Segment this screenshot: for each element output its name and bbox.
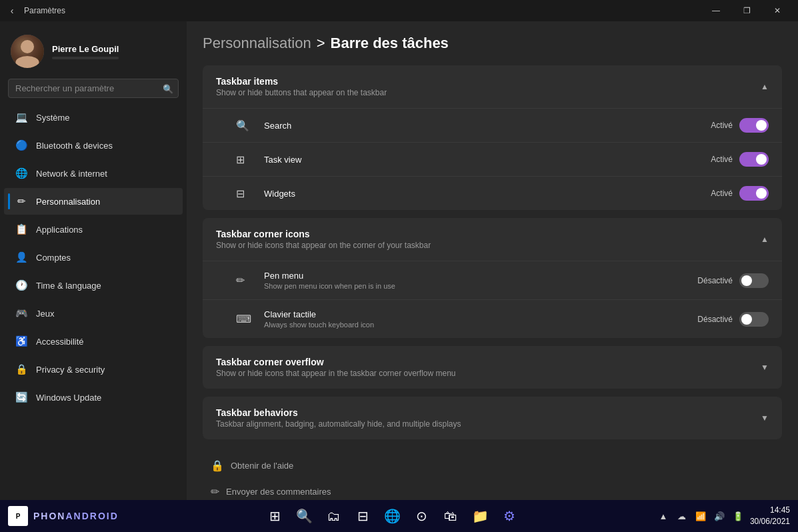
update-icon: 🔄 (15, 391, 28, 404)
window-title: Paramètres (24, 6, 65, 15)
accessibilite-icon: ♿ (15, 335, 28, 348)
help-icon: 🔒 (211, 459, 224, 472)
system-taskbar: P PHONANDROID ⊞ 🔍 🗂 ⊟ 🌐 ⊙ 🛍 📁 ⚙ ▲ ☁ 📶 🔊 … (0, 500, 798, 532)
taskview-item-icon: ⊞ (236, 153, 255, 166)
section-taskbar-items: Taskbar items Show or hide buttons that … (203, 65, 782, 210)
sidebar-item-label: Système (36, 113, 70, 123)
sidebar-item-privacy[interactable]: 🔒 Privacy & security (4, 356, 183, 383)
chevron-down-icon: ▼ (761, 363, 769, 372)
cloud-icon[interactable]: ☁ (674, 508, 690, 524)
sidebar-item-personnalisation[interactable]: ✏ Personnalisation (4, 188, 183, 215)
toggle-item-clavier: ⌨ Clavier tactile Always show touch keyb… (203, 299, 782, 338)
sidebar-item-comptes[interactable]: 👤 Comptes (4, 244, 183, 271)
close-button[interactable]: ✕ (762, 0, 793, 21)
sidebar-item-label: Accessibilité (36, 337, 84, 347)
help-link[interactable]: 🔒 Obtenir de l'aide (205, 453, 779, 479)
feedback-link[interactable]: ✏ Envoyer des commentaires (205, 479, 779, 500)
window-controls: — ❐ ✕ (701, 0, 793, 21)
content-area: Personnalisation > Barre des tâches Task… (187, 21, 798, 500)
back-button[interactable]: ‹ (5, 4, 19, 17)
section-corner-overflow-header[interactable]: Taskbar corner overflow Show or hide ico… (203, 346, 782, 389)
toggle-label-pen: Pen menu (264, 271, 697, 281)
feedback-icon: ✏ (211, 485, 219, 498)
section-corner-overflow: Taskbar corner overflow Show or hide ico… (203, 346, 782, 389)
network-icon: 🌐 (15, 167, 28, 180)
taskbar-settings-icon[interactable]: ⚙ (497, 504, 521, 528)
section-title: Taskbar corner overflow (216, 357, 456, 367)
section-taskbar-behaviors: Taskbar behaviors Taskbar alignment, bad… (203, 397, 782, 439)
page-title: Barre des tâches (331, 35, 449, 52)
section-taskbar-behaviors-header[interactable]: Taskbar behaviors Taskbar alignment, bad… (203, 397, 782, 439)
jeux-icon: 🎮 (15, 307, 28, 320)
sidebar-item-label: Windows Update (36, 393, 101, 403)
sidebar-item-jeux[interactable]: 🎮 Jeux (4, 300, 183, 327)
taskbar-center: ⊞ 🔍 🗂 ⊟ 🌐 ⊙ 🛍 📁 ⚙ (129, 504, 655, 528)
toggle-switch-clavier[interactable] (739, 312, 769, 327)
breadcrumb-separator: > (317, 35, 325, 52)
section-title: Taskbar corner icons (216, 229, 431, 239)
taskbar-search-icon[interactable]: 🔍 (292, 504, 316, 528)
section-desc: Taskbar alignment, badging, automaticall… (216, 419, 461, 429)
toggle-switch-widgets[interactable] (739, 186, 769, 201)
section-corner-icons-header[interactable]: Taskbar corner icons Show or hide icons … (203, 218, 782, 261)
applications-icon: 📋 (15, 223, 28, 236)
toggle-sublabel-clavier: Always show touch keyboard icon (264, 321, 697, 329)
privacy-icon: 🔒 (15, 363, 28, 376)
bluetooth-icon: 🔵 (15, 139, 28, 152)
toggle-switch-taskview[interactable] (739, 152, 769, 167)
footer-links: 🔒 Obtenir de l'aide ✏ Envoyer des commen… (203, 453, 782, 500)
taskbar-brand: P PHONANDROID (8, 506, 119, 526)
volume-icon[interactable]: 🔊 (711, 508, 727, 524)
sidebar-item-label: Jeux (36, 309, 54, 319)
toggle-switch-pen[interactable] (739, 273, 769, 288)
search-icon: 🔍 (163, 83, 173, 93)
breadcrumb-parent: Personnalisation (203, 35, 311, 52)
sidebar-item-network[interactable]: 🌐 Network & internet (4, 160, 183, 187)
minimize-button[interactable]: — (701, 0, 731, 21)
user-section: Pierre Le Goupil (0, 27, 187, 79)
toggle-label-taskview: Task view (264, 155, 711, 165)
taskbar-store-icon[interactable]: 🛍 (439, 504, 463, 528)
taskbar-files-icon[interactable]: 📁 (468, 504, 492, 528)
taskbar-explorer-icon[interactable]: 🗂 (321, 504, 345, 528)
section-taskbar-items-header[interactable]: Taskbar items Show or hide buttons that … (203, 65, 782, 108)
toggle-status-clavier: Désactivé (697, 315, 733, 324)
search-input[interactable] (8, 79, 179, 98)
sidebar-item-accessibilite[interactable]: ♿ Accessibilité (4, 328, 183, 355)
toggle-label-widgets: Widgets (264, 189, 711, 199)
user-bar-decoration (52, 57, 119, 59)
section-corner-icons: Taskbar corner icons Show or hide icons … (203, 218, 782, 338)
sidebar-item-label: Bluetooth & devices (36, 141, 113, 151)
taskbar-chrome-icon[interactable]: ⊙ (409, 504, 433, 528)
sidebar-item-systeme[interactable]: 💻 Système (4, 104, 183, 131)
windows-button[interactable]: ⊞ (263, 504, 287, 528)
taskbar-edge-icon[interactable]: 🌐 (380, 504, 404, 528)
sidebar-item-time[interactable]: 🕐 Time & language (4, 272, 183, 299)
toggle-item-widgets: ⊟ Widgets Activé (203, 176, 782, 210)
personnalisation-icon: ✏ (15, 195, 28, 208)
brand-logo: P (8, 506, 28, 526)
toggle-item-pen-menu: ✏ Pen menu Show pen menu icon when pen i… (203, 261, 782, 299)
taskbar-widgets-icon[interactable]: ⊟ (351, 504, 375, 528)
clock[interactable]: 14:45 30/06/2021 (750, 505, 790, 527)
pen-menu-icon: ✏ (236, 274, 255, 287)
battery-icon[interactable]: 🔋 (730, 508, 746, 524)
toggle-status-widgets: Activé (711, 189, 733, 198)
feedback-link-label: Envoyer des commentaires (226, 487, 331, 497)
sidebar-item-label: Applications (36, 225, 83, 235)
clock-date: 30/06/2021 (750, 516, 790, 527)
wifi-icon[interactable]: 📶 (693, 508, 709, 524)
sidebar-item-bluetooth[interactable]: 🔵 Bluetooth & devices (4, 132, 183, 159)
sidebar-item-update[interactable]: 🔄 Windows Update (4, 384, 183, 411)
chevron-up-icon: ▲ (761, 82, 769, 91)
toggle-switch-search[interactable] (739, 118, 769, 133)
restore-button[interactable]: ❐ (731, 0, 762, 21)
sidebar-item-label: Privacy & security (36, 365, 105, 375)
sidebar-item-applications[interactable]: 📋 Applications (4, 216, 183, 243)
chevron-down-icon: ▼ (761, 413, 769, 423)
main-container: Pierre Le Goupil 🔍 💻 Système 🔵 Bluetooth… (0, 21, 798, 500)
toggle-status-search: Activé (711, 121, 733, 130)
time-icon: 🕐 (15, 279, 28, 292)
toggle-item-search: 🔍 Search Activé (203, 108, 782, 142)
chevron-up-icon[interactable]: ▲ (655, 508, 671, 524)
